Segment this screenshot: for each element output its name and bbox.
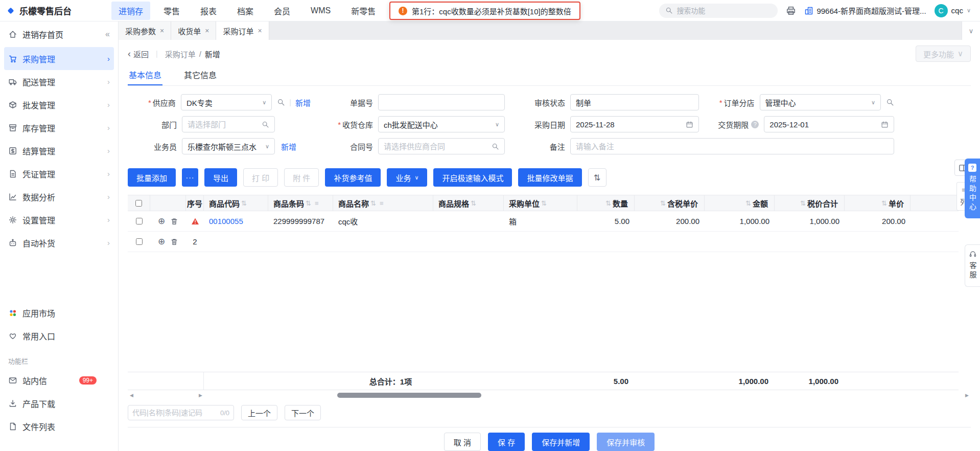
sidebar-item-purchase[interactable]: 采购管理 › (4, 47, 114, 70)
column-header-amount[interactable]: ⇅金额 (705, 195, 775, 211)
replenish-reference-button[interactable]: 补货参考值 (325, 168, 381, 187)
sidebar-home[interactable]: 进销存首页 « (0, 21, 118, 47)
department-field[interactable] (182, 116, 275, 132)
column-header-tax-total[interactable]: ⇅税价合计 (775, 195, 845, 211)
add-row-icon[interactable]: ⊕ (158, 217, 165, 226)
sidebar-item-files[interactable]: 文件列表 (0, 415, 118, 438)
sidebar-item-messages[interactable]: 站内信 99+ (0, 369, 118, 392)
sidebar-item-favorites[interactable]: 常用入口 (0, 324, 118, 347)
purchase-date-field[interactable]: 2025-11-28 (570, 116, 699, 132)
column-menu-icon[interactable]: ≡ (315, 199, 319, 207)
tab-purchase-order[interactable]: 采购订单 × (216, 21, 269, 40)
sidebar-item-settings[interactable]: 设置管理 › (0, 208, 118, 231)
order-branch-select[interactable]: 管理中心 ∨ (760, 94, 881, 110)
warehouse-select[interactable]: ch批发配送中心 ∨ (378, 116, 505, 132)
contract-field[interactable] (378, 138, 505, 154)
app-logo[interactable]: 乐檬零售后台 (6, 4, 111, 17)
sidebar-item-wholesale[interactable]: 批发管理 › (0, 93, 118, 116)
quick-search-field[interactable]: 0/0 (128, 405, 234, 420)
remark-field[interactable] (570, 138, 894, 154)
column-menu-icon[interactable]: ≡ (380, 199, 384, 207)
select-all-checkbox[interactable] (135, 200, 142, 207)
column-header-spec[interactable]: 商品规格⇅ (433, 195, 504, 211)
sort-rows-button[interactable]: ⇅ (588, 168, 606, 187)
sidebar-item-inventory[interactable]: 库存管理 › (0, 116, 118, 139)
save-button[interactable]: 保 存 (488, 433, 525, 451)
export-button[interactable]: 导出 (204, 168, 237, 187)
sidebar-item-settlement[interactable]: 结算管理 › (0, 139, 118, 162)
column-header-barcode[interactable]: 商品条码⇅≡ (268, 195, 333, 211)
sidebar-item-app-market[interactable]: 应用市场 (0, 301, 118, 324)
salesman-select[interactable]: 乐檬查尔斯顿三点水 ∨ (182, 138, 275, 154)
speed-input-mode-button[interactable]: 开启极速输入模式 (433, 168, 512, 187)
row-checkbox[interactable] (136, 218, 143, 224)
product-code-link[interactable]: 00100055 (209, 217, 243, 226)
tab-purchase-params[interactable]: 采购参数 × (119, 21, 171, 40)
delete-row-icon[interactable] (170, 238, 178, 246)
row-checkbox[interactable] (136, 238, 143, 245)
column-header-price[interactable]: ⇅单价 (845, 195, 911, 211)
column-header-seq[interactable]: 序号 (186, 195, 204, 211)
tab-other-info[interactable]: 其它信息 (183, 64, 218, 85)
sidebar-item-auto-replenish[interactable]: 自动补货 › (0, 231, 118, 254)
column-header-tax-price[interactable]: ⇅含税单价 (635, 195, 705, 211)
sidebar-item-analytics[interactable]: 数据分析 › (0, 185, 118, 208)
batch-add-more-button[interactable]: ··· (182, 168, 198, 187)
previous-button[interactable]: 上一个 (241, 405, 277, 420)
user-menu[interactable]: C cqc ∨ (935, 4, 971, 17)
batch-modify-button[interactable]: 批量修改单据 (518, 168, 581, 187)
column-header-unit[interactable]: 采购单位⇅ (504, 195, 577, 211)
remark-input[interactable] (576, 142, 889, 151)
scroll-left-icon[interactable]: ◀ (130, 393, 133, 398)
close-tab-icon[interactable]: × (205, 27, 209, 35)
tab-basic-info[interactable]: 基本信息 (128, 64, 162, 85)
customer-service-tab[interactable]: 客服 (965, 244, 980, 287)
nav-reports[interactable]: 报表 (193, 2, 224, 20)
supplier-search-icon[interactable] (277, 98, 285, 106)
quick-search-input[interactable] (132, 409, 217, 417)
global-search[interactable] (659, 4, 778, 18)
sidebar-item-downloads[interactable]: 产品下载 (0, 392, 118, 415)
next-button[interactable]: 下一个 (285, 405, 321, 420)
supplier-select[interactable]: DK专卖 ∨ (181, 94, 272, 110)
column-header-qty[interactable]: ⇅数量 (577, 195, 635, 211)
more-functions-button[interactable]: 更多功能 ∨ (916, 46, 971, 62)
main-scrollbar-track[interactable]: ▶ (204, 391, 971, 399)
column-header-code[interactable]: 商品代码⇅ (204, 195, 268, 211)
back-button[interactable]: ‹ 返回 (128, 49, 149, 59)
nav-members[interactable]: 会员 (267, 2, 297, 20)
doc-no-input[interactable] (384, 98, 499, 107)
tab-list-toggle[interactable]: ∨ (962, 21, 980, 40)
branch-search-icon[interactable] (886, 98, 894, 106)
sidebar-item-voucher[interactable]: 凭证管理 › (0, 162, 118, 185)
business-dropdown-button[interactable]: 业务 ∨ (387, 168, 427, 187)
sidebar-item-delivery[interactable]: 配送管理 › (0, 70, 118, 93)
nav-archives[interactable]: 档案 (230, 2, 261, 20)
salesman-add-link[interactable]: 新增 (281, 141, 296, 152)
supplier-add-link[interactable]: 新增 (295, 97, 311, 108)
doc-no-field[interactable] (378, 94, 505, 110)
delete-row-icon[interactable] (170, 217, 178, 226)
delivery-deadline-field[interactable]: 2025-12-01 (764, 116, 894, 132)
department-input[interactable] (188, 120, 262, 129)
batch-add-button[interactable]: 批量添加 (128, 168, 176, 187)
tab-receipt-order[interactable]: 收货单 × (171, 21, 216, 40)
nav-new-retail[interactable]: 新零售 (344, 2, 383, 20)
scroll-right-icon[interactable]: ▶ (965, 393, 969, 398)
printer-icon[interactable] (786, 6, 796, 16)
contract-input[interactable] (384, 142, 492, 151)
company-switcher[interactable]: 99664-新界面商超版测试-管理... (804, 5, 926, 16)
help-center-tab[interactable]: ? 帮助中心 (965, 159, 980, 218)
collapse-sidebar-icon[interactable]: « (105, 30, 110, 39)
add-row-icon[interactable]: ⊕ (158, 237, 165, 246)
close-tab-icon[interactable]: × (258, 27, 262, 35)
scroll-right-icon[interactable]: ▶ (199, 393, 202, 398)
frozen-columns-scrollbar[interactable]: ◀ ▶ (128, 393, 204, 398)
nav-inventory[interactable]: 进销存 (111, 2, 150, 20)
nav-wms[interactable]: WMS (304, 3, 338, 18)
save-and-audit-button[interactable]: 保存并审核 (597, 433, 655, 451)
cancel-button[interactable]: 取 消 (444, 433, 481, 451)
global-search-input[interactable] (676, 7, 772, 15)
close-tab-icon[interactable]: × (160, 27, 164, 35)
save-and-new-button[interactable]: 保存并新增 (532, 433, 590, 451)
